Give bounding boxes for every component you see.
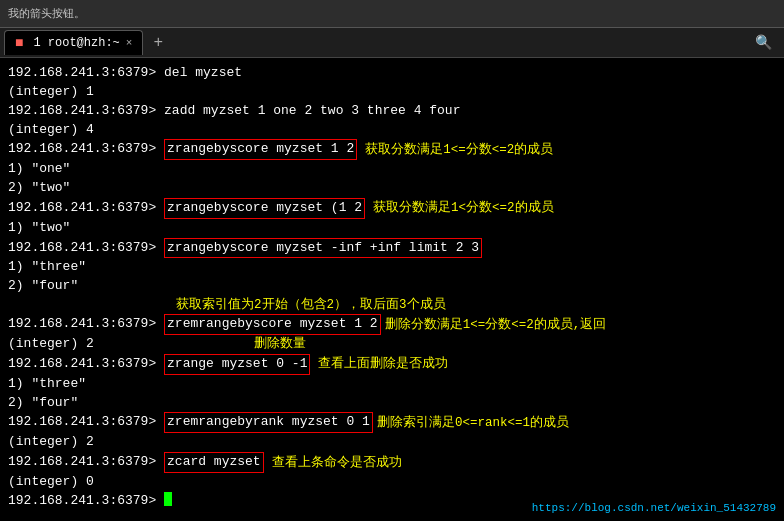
terminal-line: 192.168.241.3:6379> zrangebyscore myzset…: [8, 139, 776, 160]
terminal-line: (integer) 4: [8, 121, 776, 140]
terminal-line: 1) "three": [8, 375, 776, 394]
terminal-line: 2) "four": [8, 394, 776, 413]
terminal-line: 192.168.241.3:6379> zremrangebyscore myz…: [8, 314, 776, 335]
terminal-line: 192.168.241.3:6379> zrangebyscore myzset…: [8, 238, 776, 259]
terminal-line: (integer) 1: [8, 83, 776, 102]
tab-x-btn[interactable]: ×: [126, 37, 133, 49]
terminal-line: 192.168.241.3:6379> zrange myzset 0 -1查看…: [8, 354, 776, 375]
tab-bar: ■ 1 root@hzh:~ × + 🔍: [0, 28, 784, 58]
terminal-line: 1) "two": [8, 219, 776, 238]
terminal-line: 192.168.241.3:6379> zadd myzset 1 one 2 …: [8, 102, 776, 121]
search-icon[interactable]: 🔍: [747, 30, 780, 55]
terminal-line: 192.168.241.3:6379> zcard myzset查看上条命令是否…: [8, 452, 776, 473]
title-bar: 我的箭头按钮。: [0, 0, 784, 28]
terminal-line: 192.168.241.3:6379> del myzset: [8, 64, 776, 83]
terminal-line: 1) "one": [8, 160, 776, 179]
tab-add-btn[interactable]: +: [147, 32, 169, 54]
terminal-line: 2) "four": [8, 277, 776, 296]
cursor: [164, 492, 172, 506]
terminal-line: 192.168.241.3:6379> zremrangebyrank myzs…: [8, 412, 776, 433]
terminal-line: (integer) 2 删除数量: [8, 335, 776, 354]
terminal-line: 2) "two": [8, 179, 776, 198]
terminal-line: (integer) 0: [8, 473, 776, 492]
tab-label: 1 root@hzh:~: [33, 36, 119, 50]
title-hint: 我的箭头按钮。: [8, 6, 85, 21]
terminal-line: 192.168.241.3:6379> zrangebyscore myzset…: [8, 198, 776, 219]
tab-active[interactable]: ■ 1 root@hzh:~ ×: [4, 30, 143, 55]
tab-close-btn[interactable]: ■: [15, 35, 23, 51]
terminal-line: 获取索引值为2开始（包含2），取后面3个成员: [8, 296, 776, 314]
footer-link: https://blog.csdn.net/weixin_51432789: [532, 501, 776, 517]
terminal-line: 1) "three": [8, 258, 776, 277]
terminal-line: (integer) 2: [8, 433, 776, 452]
terminal: 192.168.241.3:6379> del myzset (integer)…: [0, 58, 784, 521]
